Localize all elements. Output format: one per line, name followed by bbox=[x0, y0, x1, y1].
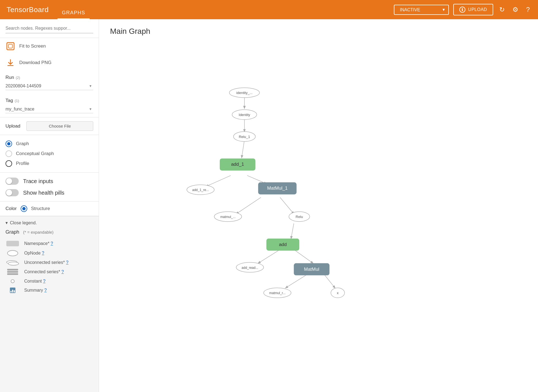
radio-conceptual-graph[interactable]: Conceptual Graph bbox=[6, 149, 93, 159]
run-selector[interactable]: INACTIVE bbox=[394, 5, 449, 15]
trace-inputs-row: Trace inputs bbox=[6, 175, 93, 187]
legend-item-opnode: OpNode ? bbox=[6, 248, 93, 258]
svg-line-13 bbox=[286, 274, 308, 288]
legend-item-summary: Summary ? bbox=[6, 286, 93, 295]
svg-line-6 bbox=[206, 175, 231, 186]
choose-file-button[interactable]: Choose File bbox=[26, 121, 93, 131]
info-icon: ℹ bbox=[459, 7, 465, 13]
color-value-label: Structure bbox=[31, 206, 50, 211]
legend-opnode-icon bbox=[6, 250, 20, 256]
graph-canvas[interactable]: identity_... Identity Relu_1 add_1 add_1… bbox=[99, 41, 538, 392]
legend-opnode-help[interactable]: ? bbox=[42, 251, 44, 255]
sidebar: Fit to Screen Download PNG Run (2) 20200… bbox=[0, 19, 99, 392]
chevron-down-icon: ▾ bbox=[6, 220, 8, 225]
main-graph-title: Main Graph bbox=[99, 19, 538, 41]
svg-text:add_1_re...: add_1_re... bbox=[192, 188, 209, 192]
run-section: Run (2) 20200804-144509 ▼ bbox=[0, 71, 99, 94]
download-png-row[interactable]: Download PNG bbox=[0, 54, 99, 71]
legend-item-unconnected: Unconnected series* ? bbox=[6, 258, 93, 267]
legend-item-constant: Constant ? bbox=[6, 277, 93, 286]
legend-summary-shape bbox=[10, 288, 15, 293]
fit-to-screen-row[interactable]: Fit to Screen bbox=[0, 38, 99, 54]
legend-summary-icon bbox=[6, 288, 20, 293]
help-button[interactable]: ? bbox=[525, 4, 531, 15]
upload-button[interactable]: ℹ UPLOAD bbox=[453, 4, 493, 15]
header-nav: GRAPHS bbox=[57, 0, 90, 19]
legend-connected-icon bbox=[6, 269, 20, 275]
show-health-pills-label: Show health pills bbox=[23, 190, 64, 196]
search-section bbox=[0, 19, 99, 38]
legend-unconnected-help[interactable]: ? bbox=[66, 260, 68, 265]
download-png-label: Download PNG bbox=[19, 60, 51, 65]
legend-namespace-icon bbox=[6, 241, 20, 246]
show-health-pills-row: Show health pills bbox=[6, 187, 93, 198]
legend-title: Graph bbox=[6, 229, 19, 235]
svg-text:add: add bbox=[279, 242, 287, 247]
legend-connected-help[interactable]: ? bbox=[61, 269, 64, 274]
upload-section: Upload Choose File bbox=[0, 117, 99, 135]
svg-text:Relu_1: Relu_1 bbox=[239, 135, 250, 139]
refresh-button[interactable]: ↻ bbox=[498, 4, 506, 15]
svg-line-10 bbox=[291, 223, 294, 239]
nav-item-graphs[interactable]: GRAPHS bbox=[57, 0, 90, 19]
trace-inputs-knob bbox=[6, 178, 12, 184]
legend-constant-label: Constant ? bbox=[24, 279, 45, 284]
legend-unconnected-icon bbox=[6, 260, 20, 265]
color-radio-outer bbox=[21, 205, 27, 212]
radio-profile[interactable]: Profile bbox=[6, 159, 93, 169]
run-label: Run bbox=[6, 75, 14, 80]
svg-text:identity_...: identity_... bbox=[236, 91, 252, 95]
legend-opnode-shape bbox=[7, 250, 18, 256]
svg-text:matmul_...: matmul_... bbox=[220, 215, 236, 219]
app-logo: TensorBoard bbox=[7, 5, 49, 14]
main-content: Main Graph bbox=[99, 19, 538, 392]
header: TensorBoard GRAPHS INACTIVE ▼ ℹ UPLOAD ↻… bbox=[0, 0, 538, 19]
legend-item-connected: Connected series* ? bbox=[6, 267, 93, 277]
svg-line-9 bbox=[280, 197, 294, 214]
tag-select[interactable]: my_func_trace bbox=[6, 105, 93, 113]
svg-text:Relu: Relu bbox=[296, 215, 303, 219]
trace-inputs-label: Trace inputs bbox=[23, 178, 53, 184]
radio-graph[interactable]: Graph bbox=[6, 139, 93, 149]
legend-namespace-help[interactable]: ? bbox=[51, 241, 53, 246]
svg-line-8 bbox=[236, 197, 261, 214]
svg-text:add_read...: add_read... bbox=[241, 266, 258, 270]
upload-label: Upload bbox=[6, 123, 22, 129]
graph-svg: identity_... Identity Relu_1 add_1 add_1… bbox=[99, 41, 538, 392]
show-health-pills-toggle[interactable] bbox=[6, 189, 19, 196]
fit-to-screen-icon bbox=[6, 41, 15, 51]
settings-button[interactable]: ⚙ bbox=[511, 4, 520, 15]
svg-text:MatMul: MatMul bbox=[304, 267, 319, 272]
svg-text:add_1: add_1 bbox=[231, 162, 244, 167]
tag-select-wrap: my_func_trace ▼ bbox=[6, 105, 93, 113]
toggle-section: Trace inputs Show health pills bbox=[0, 173, 99, 201]
legend-summary-help[interactable]: ? bbox=[44, 288, 47, 292]
run-select[interactable]: 20200804-144509 bbox=[6, 82, 93, 90]
legend-connected-label: Connected series* ? bbox=[24, 269, 64, 274]
radio-conceptual-outer bbox=[6, 150, 12, 157]
run-select-wrap: 20200804-144509 ▼ bbox=[6, 82, 93, 90]
tag-section: Tag (1) my_func_trace ▼ bbox=[0, 94, 99, 117]
svg-line-14 bbox=[324, 274, 335, 288]
legend-namespace-label: Namespace* ? bbox=[24, 241, 53, 246]
color-section: Color Structure bbox=[0, 201, 99, 216]
search-input[interactable] bbox=[6, 24, 93, 33]
legend-constant-help[interactable]: ? bbox=[43, 279, 45, 283]
download-icon bbox=[6, 58, 15, 68]
run-selector-wrap: INACTIVE ▼ bbox=[394, 5, 449, 15]
legend-title-row: Graph (* = expandable) bbox=[6, 229, 93, 235]
radio-profile-label: Profile bbox=[16, 161, 29, 166]
fit-to-screen-label: Fit to Screen bbox=[19, 43, 46, 49]
svg-text:Identity: Identity bbox=[239, 113, 250, 117]
run-count: (2) bbox=[16, 76, 20, 80]
legend-close-row[interactable]: ▾ Close legend. bbox=[6, 220, 93, 225]
tag-label: Tag bbox=[6, 98, 13, 103]
legend-unconnected-label: Unconnected series* ? bbox=[24, 260, 68, 265]
svg-line-11 bbox=[258, 250, 280, 263]
legend-unconnected-shape bbox=[6, 260, 19, 265]
radio-profile-outer bbox=[6, 160, 12, 167]
radio-graph-label: Graph bbox=[16, 141, 29, 147]
legend-constant-shape bbox=[11, 279, 15, 283]
legend-item-namespace: Namespace* ? bbox=[6, 239, 93, 248]
trace-inputs-toggle[interactable] bbox=[6, 178, 19, 185]
